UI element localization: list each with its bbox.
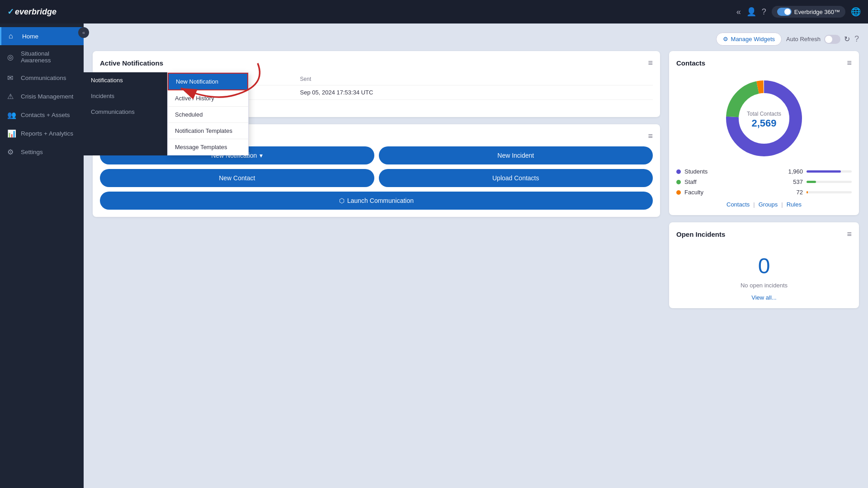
toggle-switch[interactable] [777,8,792,16]
reports-icon: 📊 [7,129,16,138]
sidebar-item-contacts[interactable]: 👥 Contacts + Assets [0,106,84,124]
svg-text:Total Contacts: Total Contacts [747,111,781,117]
sidebar-item-settings[interactable]: ⚙ Settings [0,143,84,161]
contacts-link[interactable]: Contacts [726,201,750,208]
contacts-links: Contacts | Groups | Rules [676,201,852,208]
submenu-notifications[interactable]: Notifications [84,72,167,88]
situational-icon: ◎ [7,53,16,61]
open-incidents-card: Open Incidents ≡ 0 No open incidents Vie… [669,222,859,308]
logo-check: ✓ [7,7,14,17]
col-sent: Sent [297,73,653,85]
auto-refresh-toggle[interactable] [824,35,840,44]
logo: ✓ everbridge [7,7,57,17]
open-incidents-title: Open Incidents [676,230,725,238]
manage-widgets-button[interactable]: ⚙ Manage Widgets [716,33,782,46]
open-incidents-view-all[interactable]: View all... [676,294,852,301]
contacts-donut-chart: Total Contacts 2,569 [719,73,809,164]
open-incidents-label: No open incidents [676,282,852,289]
new-incident-button[interactable]: New Incident [379,146,653,164]
sidebar-item-reports[interactable]: 📊 Reports + Analytics [0,124,84,143]
sidebar-item-crisis[interactable]: ⚠ Crisis Management [0,87,84,106]
launch-communication-button[interactable]: ⬡ Launch Communication [100,192,653,210]
right-column: Contacts ≡ Total Contacts 2,569 [669,51,859,308]
active-notifications-menu[interactable]: ≡ [648,58,653,68]
students-bar [807,170,841,173]
faculty-bar [807,191,808,193]
contacts-menu[interactable]: ≡ [847,58,852,68]
active-notifications-header: Active Notifications ≡ [100,58,653,68]
quick-launch-menu[interactable]: ≡ [648,131,653,141]
faculty-dot [676,190,681,195]
sidebar-collapse-btn[interactable]: « [78,27,89,38]
dropdown-items: New Notification Active / History Schedu… [167,72,249,155]
open-incidents-count: 0 [676,244,852,282]
upload-contacts-button[interactable]: Upload Contacts [379,169,653,187]
auto-refresh-row: Auto Refresh ↻ [786,35,850,44]
students-dot [676,169,681,174]
contacts-icon: 👥 [7,111,16,119]
students-bar-wrap [807,170,852,173]
gear-icon: ⚙ [723,36,728,42]
help-icon-widget[interactable]: ? [854,34,859,44]
staff-bar-wrap [807,181,852,183]
contacts-header: Contacts ≡ [676,58,852,68]
launch-icon: ⬡ [339,197,344,204]
sidebar-item-home[interactable]: ⌂ Home [0,27,84,45]
contacts-title: Contacts [676,59,705,67]
settings-globe-icon[interactable]: 🌐 [851,7,861,17]
dropdown-active-history[interactable]: Active / History [168,90,248,106]
dropdown-scheduled[interactable]: Scheduled [168,107,248,122]
legend-staff: Staff 537 [676,178,852,185]
sidebar-item-situational[interactable]: ◎ Situational Awareness [0,45,84,69]
settings-icon: ⚙ [7,148,16,156]
donut-chart-container: Total Contacts 2,569 [676,73,852,164]
sidebar-item-communications[interactable]: ✉ Communications [0,69,84,87]
back-icon[interactable]: « [736,7,741,17]
contacts-card: Contacts ≡ Total Contacts 2,569 [669,51,859,215]
row-sent: Sep 05, 2024 17:53:34 UTC [297,85,653,100]
communications-icon: ✉ [7,74,16,82]
submenu-panel: Notifications Incidents Communications [84,72,167,155]
refresh-icon[interactable]: ↻ [844,35,850,43]
open-incidents-header: Open Incidents ≡ [676,230,852,239]
submenu-incidents[interactable]: Incidents [84,88,167,104]
sidebar: « ⌂ Home ◎ Situational Awareness ✉ Commu… [0,23,84,488]
legend-students: Students 1,960 [676,168,852,175]
submenu-communications[interactable]: Communications [84,104,167,120]
faculty-bar-wrap [807,191,852,193]
everbridge-toggle[interactable]: Everbridge 360™ [772,6,845,18]
dropdown-message-templates[interactable]: Message Templates [168,139,248,155]
rules-link[interactable]: Rules [787,201,802,208]
legend-faculty: Faculty 72 [676,189,852,196]
widget-header: ⚙ Manage Widgets Auto Refresh ↻ ? [93,33,859,46]
groups-link[interactable]: Groups [759,201,778,208]
svg-text:2,569: 2,569 [751,117,776,129]
dropdown-new-notification[interactable]: New Notification [168,73,248,90]
dropdown-overlay: Notifications Incidents Communications N… [84,72,249,155]
home-icon: ⌂ [9,32,18,40]
top-bar: ✓ everbridge « 👤 ? Everbridge 360™ 🌐 [0,0,868,23]
staff-bar [807,181,816,183]
top-bar-actions: « 👤 ? Everbridge 360™ 🌐 [736,6,861,18]
user-icon[interactable]: 👤 [746,7,756,17]
staff-dot [676,180,681,184]
dropdown-notification-templates[interactable]: Notification Templates [168,123,248,139]
contacts-legend: Students 1,960 Staff 537 [676,168,852,196]
help-icon-header[interactable]: ? [762,7,766,17]
new-contact-button[interactable]: New Contact [100,169,374,187]
crisis-icon: ⚠ [7,92,16,101]
open-incidents-menu[interactable]: ≡ [847,230,852,239]
active-notifications-title: Active Notifications [100,59,163,67]
dropdown-arrow: ▾ [259,152,263,159]
